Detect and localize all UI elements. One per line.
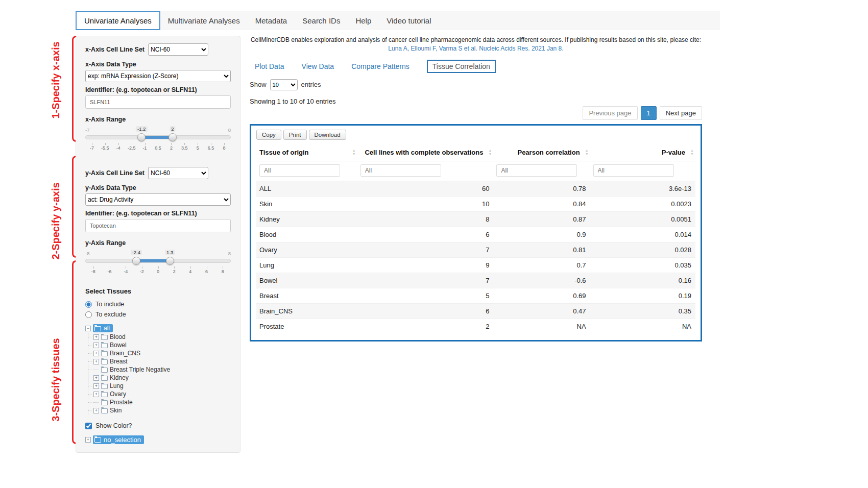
expand-icon[interactable]: + [93, 359, 99, 364]
sort-icon[interactable]: ▲▼ [585, 149, 589, 156]
sort-icon[interactable]: ▲▼ [690, 149, 694, 156]
slider-ticks: -7-5.5-4-2.5-10.523.556.58 [85, 142, 231, 151]
table-row[interactable]: Breast50.690.19 [256, 288, 695, 303]
table-row[interactable]: Blood60.90.014 [256, 227, 695, 242]
x-axis-range-slider[interactable]: -7 8 -1.2 2 -7-5.5-4-2.5-10.523.556.58 [85, 127, 231, 154]
entries-select[interactable]: 10 [270, 79, 298, 90]
column-header[interactable]: Pearson correlation ▲▼ [493, 144, 590, 161]
exclude-radio-row[interactable]: To exclude [85, 309, 231, 320]
tree-item[interactable]: + Blood [88, 333, 231, 341]
table-row[interactable]: ALL600.783.6e-13 [256, 181, 695, 196]
slider-handle-high[interactable] [168, 133, 177, 141]
expand-icon[interactable]: + [85, 437, 91, 443]
table-cell: 5 [357, 288, 494, 303]
tree-connector [88, 394, 91, 395]
column-header[interactable]: Tissue of origin ▲▼ [256, 144, 357, 161]
tree-item[interactable]: + Bowel [88, 341, 231, 349]
expand-icon[interactable]: + [93, 334, 99, 340]
nav-tab-help[interactable]: Help [348, 11, 379, 30]
table-row[interactable]: Prostate2NANA [256, 319, 695, 334]
column-filter-input[interactable] [360, 164, 441, 177]
expand-icon[interactable] [93, 402, 99, 403]
slider-handle-low[interactable] [137, 133, 146, 141]
show-color-row[interactable]: Show Color? [85, 421, 231, 431]
tree-item[interactable]: + Skin [88, 406, 231, 414]
expand-icon[interactable] [93, 370, 99, 370]
tree-item[interactable]: + Breast [88, 357, 231, 365]
column-header[interactable]: P-value ▲▼ [590, 144, 695, 161]
tree-item[interactable]: + Lung [88, 382, 231, 390]
y-data-type-select[interactable]: act: Drug Activity [85, 193, 231, 206]
table-cell: 0.87 [493, 211, 590, 227]
table-row[interactable]: Bowel7-0.60.16 [256, 273, 695, 288]
sort-icon[interactable]: ▲▼ [488, 149, 492, 156]
tree-node-no-selection[interactable]: no_selection [93, 435, 144, 444]
nav-tab-search-ids[interactable]: Search IDs [295, 11, 348, 30]
expand-icon[interactable]: + [93, 383, 99, 389]
table-row[interactable]: Skin100.840.0023 [256, 196, 695, 211]
tree-item[interactable]: + Kidney [88, 374, 231, 382]
filter-cell [357, 161, 494, 181]
result-tab-view-data[interactable]: View Data [302, 62, 334, 70]
previous-page-button[interactable]: Previous page [583, 106, 637, 120]
column-header-label: Tissue of origin [259, 149, 309, 156]
nav-tab-univariate-analyses[interactable]: Univariate Analyses [76, 11, 160, 30]
table-cell: Bowel [256, 273, 357, 288]
print-button[interactable]: Print [283, 130, 307, 140]
column-filter-input[interactable] [496, 164, 577, 177]
table-row[interactable]: Kidney80.870.0051 [256, 211, 695, 227]
show-color-checkbox[interactable] [85, 423, 92, 429]
slider-track[interactable] [85, 259, 231, 263]
slider-handle-low[interactable] [132, 257, 140, 265]
x-identifier-input[interactable] [85, 95, 231, 109]
sort-icon[interactable]: ▲▼ [352, 149, 356, 156]
nav-tab-metadata[interactable]: Metadata [248, 11, 295, 30]
y-axis-range-slider[interactable]: -8 8 -2.4 1.3 -8-6-4-202468 [85, 251, 231, 277]
table-row[interactable]: Brain_CNS60.470.35 [256, 303, 695, 319]
table-header-row: Tissue of origin ▲▼ Cell lines with comp… [256, 144, 695, 161]
page-1-button[interactable]: 1 [641, 106, 657, 120]
x-cell-line-set-select[interactable]: NCI-60 [148, 43, 208, 56]
slider-tick: 6.5 [204, 142, 218, 151]
tree-item[interactable]: + Brain_CNS [88, 349, 231, 357]
entries-control: Show 10 entries [250, 79, 702, 90]
include-radio-row[interactable]: To include [85, 299, 231, 309]
tree-node-all[interactable]: all [93, 324, 113, 332]
result-tab-tissue-correlation[interactable]: Tissue Correlation [427, 60, 496, 73]
y-identifier-input[interactable] [85, 219, 231, 232]
table-row[interactable]: Ovary70.810.028 [256, 242, 695, 257]
tree-item[interactable]: Prostate [88, 398, 231, 406]
slider-track[interactable] [85, 135, 231, 139]
exclude-radio-label: To exclude [95, 311, 126, 318]
expand-icon[interactable]: + [93, 351, 99, 356]
tree-item-label: Blood [110, 333, 126, 340]
expand-icon[interactable]: + [93, 343, 99, 348]
column-header[interactable]: Cell lines with complete observations ▲▼ [357, 144, 494, 161]
download-button[interactable]: Download [309, 130, 346, 140]
column-filter-input[interactable] [259, 164, 340, 177]
table-cell: 6 [357, 303, 494, 319]
citation-link[interactable]: Luna A, Elloumi F, Varma S et al. Nuclei… [388, 45, 563, 52]
tree-item[interactable]: Breast Triple Negative [88, 365, 231, 374]
slider-handle-high[interactable] [166, 257, 174, 265]
y-cell-line-set-select[interactable]: NCI-60 [148, 167, 208, 179]
tree-item[interactable]: + Ovary [88, 390, 231, 398]
next-page-button[interactable]: Next page [660, 106, 702, 120]
tree-node-no-selection-label: no_selection [104, 436, 141, 444]
collapse-icon[interactable]: − [85, 326, 91, 331]
copy-button[interactable]: Copy [256, 130, 281, 140]
expand-icon[interactable]: + [93, 375, 99, 381]
nav-tab-multivariate-analyses[interactable]: Multivariate Analyses [160, 11, 248, 30]
column-filter-input[interactable] [593, 164, 674, 177]
y-cell-line-set-label: y-Axis Cell Line Set [85, 169, 144, 177]
nav-tab-video-tutorial[interactable]: Video tutorial [379, 11, 439, 30]
exclude-radio[interactable] [85, 311, 92, 318]
result-tab-compare-patterns[interactable]: Compare Patterns [351, 62, 409, 70]
x-data-type-select[interactable]: exp: mRNA Expression (Z-Score) [85, 70, 231, 82]
table-row[interactable]: Lung90.70.035 [256, 257, 695, 273]
include-radio[interactable] [85, 301, 92, 308]
result-tab-plot-data[interactable]: Plot Data [255, 62, 284, 70]
folder-icon [101, 408, 108, 413]
expand-icon[interactable]: + [93, 392, 99, 397]
expand-icon[interactable]: + [93, 408, 99, 413]
